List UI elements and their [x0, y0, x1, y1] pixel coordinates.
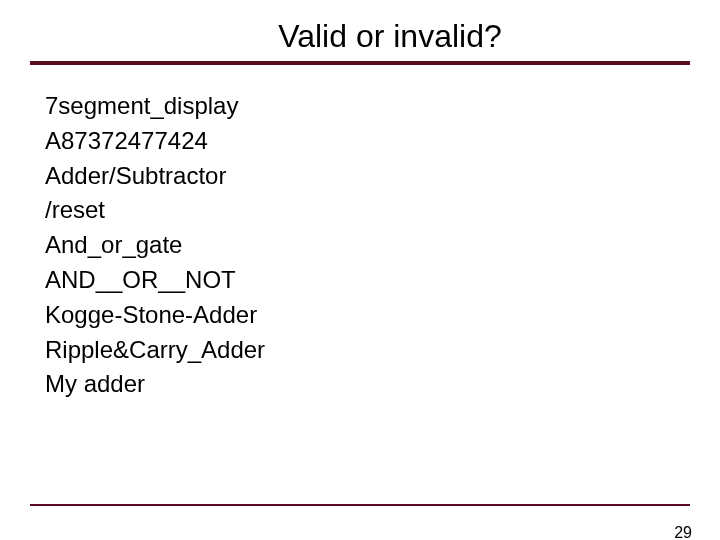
- slide: Valid or invalid? 7segment_display A8737…: [0, 18, 720, 540]
- slide-title: Valid or invalid?: [0, 18, 720, 55]
- page-number: 29: [674, 524, 692, 540]
- list-item: A87372477424: [45, 124, 675, 159]
- list-item: And_or_gate: [45, 228, 675, 263]
- list-item: Ripple&Carry_Adder: [45, 333, 675, 368]
- list-item: /reset: [45, 193, 675, 228]
- list-item: 7segment_display: [45, 89, 675, 124]
- title-divider: [30, 61, 690, 65]
- list-item: Kogge-Stone-Adder: [45, 298, 675, 333]
- list-item: Adder/Subtractor: [45, 159, 675, 194]
- list-item: AND__OR__NOT: [45, 263, 675, 298]
- footer-divider: [30, 504, 690, 506]
- content-area: 7segment_display A87372477424 Adder/Subt…: [45, 89, 675, 402]
- list-item: My adder: [45, 367, 675, 402]
